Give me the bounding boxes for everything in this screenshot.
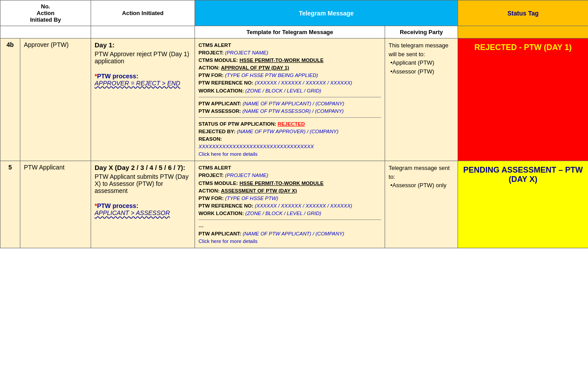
tmpl-4b-status: STATUS OF PTW APPLICATION: REJECTED xyxy=(199,120,381,127)
header-no-label: No. xyxy=(4,3,87,10)
row-5-process-value: APPLICANT > ASSESSOR xyxy=(95,209,191,216)
row-5-process-label: *PTW process: xyxy=(95,202,191,209)
row-4b-process-label: *PTW process: xyxy=(95,73,191,80)
tmpl-5-project: PROJECT: (PROJECT NAME) xyxy=(199,172,381,179)
row-4b-status-tag: REJECTED - PTW (DAY 1) xyxy=(458,38,588,161)
header-sub-no-by xyxy=(0,26,91,38)
tmpl-4b-reason-label: REASON: xyxy=(199,135,381,142)
row-4b-ptw-label: PTW process xyxy=(97,73,136,80)
row-5-by: PTW Applicant xyxy=(20,161,91,248)
row-5-recv-b1: •Assessor (PTW) only xyxy=(390,181,454,190)
row-5-recv-intro: Telegram message sent to: xyxy=(389,164,454,181)
tmpl-5-ref: PTW REFERENCE NO: (XXXXXX / XXXXXX / XXX… xyxy=(199,202,381,209)
row-5-desc: PTW Applicant submits PTW (Day X) to Ass… xyxy=(95,173,191,194)
tmpl-5-divider1 xyxy=(199,219,381,220)
row-5-status-tag: PENDING ASSESSMENT – PTW (DAY X) xyxy=(458,161,588,248)
row-5-day: Day X (Day 2 / 3 / 4 / 5 / 6 / 7): xyxy=(95,164,191,171)
header-sub-tmpl: Template for Telegram Message xyxy=(195,26,385,38)
row-5-receiving: Telegram message sent to: •Assessor (PTW… xyxy=(385,161,458,248)
tmpl-4b-reason-val: XXXXXXXXXXXXXXXXXXXXXXXXXXXXXXXXXX xyxy=(199,143,381,150)
row-5: 5 PTW Applicant Day X (Day 2 / 3 / 4 / 5… xyxy=(0,161,588,248)
row-4b-recv-b1: •Applicant (PTW) xyxy=(390,58,454,67)
tmpl-5-ptw-for: PTW FOR: (TYPE OF HSSE PTW) xyxy=(199,195,381,202)
tmpl-4b-divider1 xyxy=(199,97,381,97)
row-4b-desc: PTW Approver reject PTW (Day 1) applicat… xyxy=(95,50,191,65)
tmpl-4b-rejected-by: REJECTED BY: (NAME OF PTW APPROVER) / (C… xyxy=(199,128,381,135)
row-5-by-text: PTW Applicant xyxy=(24,164,65,171)
tmpl-4b-loc: WORK LOCATION: (ZONE / BLOCK / LEVEL / G… xyxy=(199,87,381,94)
row-5-process: *PTW process: APPLICANT > ASSESSOR xyxy=(95,202,191,216)
tmpl-4b-module: CTMS MODULE: HSSE PERMIT-TO-WORK MODULE xyxy=(199,57,381,64)
row-4b-no: 4b xyxy=(0,38,20,161)
row-4b-by-text: Approver (PTW) xyxy=(24,41,69,48)
header-telegram-group: Telegram Message xyxy=(195,0,458,26)
header-action-initiated: Action Initiated xyxy=(91,0,195,26)
row-4b-receiving: This telegram message will be sent to: •… xyxy=(385,38,458,161)
tmpl-5-loc: WORK LOCATION: (ZONE / BLOCK / LEVEL / G… xyxy=(199,210,381,217)
row-4b-process-value: APPROVER = REJECT > END xyxy=(95,80,191,87)
tmpl-4b-applicant: PTW APPLICANT: (NAME OF PTW APPLICANT) /… xyxy=(199,100,381,107)
tmpl-4b-project: PROJECT: (PROJECT NAME) xyxy=(199,49,381,56)
row-4b-colon: : xyxy=(136,73,138,80)
row-5-telegram: CTMS ALERT PROJECT: (PROJECT NAME) CTMS … xyxy=(195,161,385,248)
tmpl-4b-assessor: PTW ASSESSOR: (NAME OF PTW ASSESSOR) / (… xyxy=(199,108,381,115)
tmpl-5-alert: CTMS ALERT xyxy=(199,164,381,171)
row-5-init: Day X (Day 2 / 3 / 4 / 5 / 6 / 7): PTW A… xyxy=(91,161,195,248)
header-sub-recv: Receiving Party xyxy=(385,26,458,38)
tmpl-4b-ptw-for: PTW FOR: (TYPE OF HSSE PTW BEING APPLIED… xyxy=(199,72,381,79)
header-by-label: Action Initiated By xyxy=(4,10,87,23)
tmpl-4b-divider2 xyxy=(199,117,381,118)
header-sub-tag xyxy=(458,26,588,38)
row-4b-by: Approver (PTW) xyxy=(20,38,91,161)
header-status-tag: Status Tag xyxy=(458,0,588,26)
row-4b-day: Day 1: xyxy=(95,41,191,49)
row-4b-recv-intro: This telegram message will be sent to: xyxy=(389,41,454,58)
row-4b-recv-b2: •Assessor (PTW) xyxy=(390,67,454,76)
tmpl-5-action: ACTION: ASSESSMENT OF PTW (DAY X) xyxy=(199,187,381,194)
tmpl-5-divider-note: --- xyxy=(199,223,381,230)
row-4b-process: *PTW process: APPROVER = REJECT > END xyxy=(95,73,191,87)
tmpl-5-click[interactable]: Click here for more details xyxy=(199,238,381,245)
tmpl-4b-ref: PTW REFERENCE NO: (XXXXXX / XXXXXX / XXX… xyxy=(199,79,381,86)
row-4b-init: Day 1: PTW Approver reject PTW (Day 1) a… xyxy=(91,38,195,161)
row-4b: 4b Approver (PTW) Day 1: PTW Approver re… xyxy=(0,38,588,161)
header-sub-init xyxy=(91,26,195,38)
tmpl-4b-click[interactable]: Click here for more details xyxy=(199,150,381,158)
tmpl-5-module: CTMS MODULE: HSSE PERMIT-TO-WORK MODULE xyxy=(199,180,381,187)
row-4b-telegram: CTMS ALERT PROJECT: (PROJECT NAME) CTMS … xyxy=(195,38,385,161)
tmpl-4b-alert: CTMS ALERT xyxy=(199,42,381,49)
row-5-ptw-label: PTW process xyxy=(97,202,136,209)
header-no-by: No. Action Initiated By xyxy=(0,0,91,26)
tmpl-5-applicant: PTW APPLICANT: (NAME OF PTW APPLICANT) /… xyxy=(199,230,381,237)
row-5-no: 5 xyxy=(0,161,20,248)
row-5-colon: : xyxy=(136,202,138,209)
tmpl-4b-action: ACTION: APPROVAL OF PTW (DAY 1) xyxy=(199,64,381,71)
